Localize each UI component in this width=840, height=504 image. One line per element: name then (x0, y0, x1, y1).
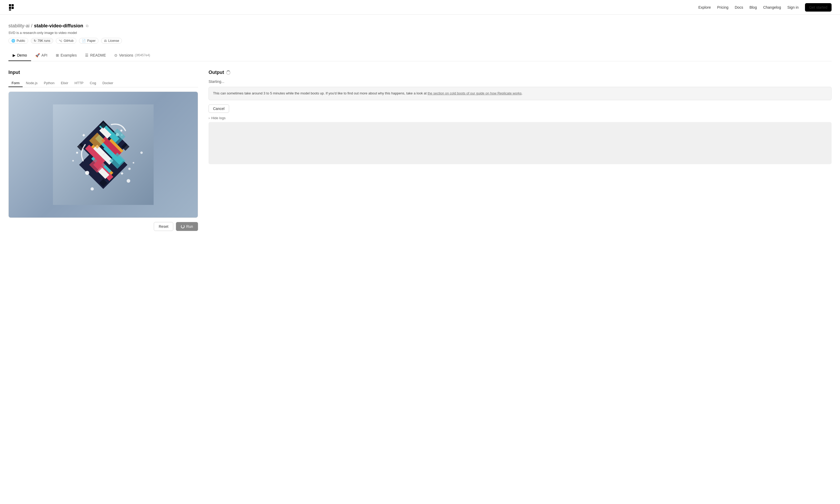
geometric-illustration (28, 104, 179, 205)
badge-public[interactable]: 🌐 Public (8, 38, 28, 44)
readme-icon: ☰ (85, 53, 88, 57)
logs-toggle-label: Hide logs (211, 116, 225, 120)
page: stability-ai / stable-video-diffusion ⧉ … (0, 15, 840, 231)
runs-icon: ↻ (34, 39, 36, 42)
svg-rect-0 (9, 4, 11, 6)
image-upload-area[interactable] (8, 92, 198, 218)
license-icon: ⚖ (104, 39, 107, 42)
model-name: stable-video-diffusion (34, 23, 83, 29)
badge-paper-label: Paper (87, 39, 96, 42)
tab-versions[interactable]: ⊙ Versions (3f0457e4) (110, 50, 154, 61)
nav-link-blog[interactable]: Blog (750, 5, 757, 10)
info-link[interactable]: the section on cold boots of our guide o… (428, 91, 521, 95)
output-spinner (226, 71, 230, 75)
play-icon: ▶ (13, 53, 16, 57)
run-button[interactable]: Run (176, 222, 198, 231)
image-placeholder (9, 92, 198, 218)
run-label: Run (186, 224, 193, 229)
nav-link-docs[interactable]: Docs (735, 5, 743, 10)
svg-point-33 (76, 152, 78, 154)
svg-rect-4 (9, 10, 11, 11)
status-text: Starting... (208, 79, 832, 84)
paper-icon: 📄 (82, 39, 86, 42)
tab-examples-label: Examples (61, 53, 76, 57)
action-row: Reset Run (8, 222, 198, 231)
code-tab-cog[interactable]: Cog (87, 79, 99, 87)
code-tab-python[interactable]: Python (40, 79, 57, 87)
reset-button[interactable]: Reset (154, 222, 173, 231)
main-content: Input Form Node.js Python Elixir HTTP Co… (8, 61, 832, 231)
tab-examples[interactable]: ⊞ Examples (52, 50, 81, 61)
main-tabs: ▶ Demo 🚀 API ⊞ Examples ☰ README ⊙ Versi… (8, 50, 832, 61)
logs-area (208, 122, 832, 164)
version-badge: (3f0457e4) (135, 53, 150, 57)
svg-point-36 (140, 151, 143, 154)
nav-links: Explore Pricing Docs Blog Changelog Sign… (698, 3, 832, 12)
svg-point-29 (85, 171, 89, 175)
github-icon: ⌥ (59, 39, 63, 42)
nav-link-changelog[interactable]: Changelog (763, 5, 781, 10)
input-title: Input (8, 70, 198, 75)
nav-link-explore[interactable]: Explore (698, 5, 711, 10)
svg-point-32 (133, 162, 134, 164)
badge-public-label: Public (17, 39, 25, 42)
logo-icon (8, 4, 16, 11)
badges-row: 🌐 Public ↻ 79K runs ⌥ GitHub 📄 Paper ⚖ L… (8, 38, 832, 44)
code-tab-docker[interactable]: Docker (99, 79, 116, 87)
output-panel: Output Starting... This can sometimes ta… (208, 70, 832, 231)
badge-license[interactable]: ⚖ License (101, 38, 122, 44)
logs-toggle[interactable]: › Hide logs (208, 116, 832, 120)
badge-github-label: GitHub (64, 39, 73, 42)
output-title-text: Output (208, 70, 224, 75)
svg-point-30 (90, 187, 94, 191)
tab-api[interactable]: 🚀 API (31, 50, 52, 61)
code-tab-http[interactable]: HTTP (71, 79, 87, 87)
code-tab-form[interactable]: Form (8, 79, 23, 87)
code-tab-nodejs[interactable]: Node.js (23, 79, 40, 87)
cancel-button[interactable]: Cancel (208, 104, 229, 113)
badge-github[interactable]: ⌥ GitHub (56, 38, 76, 44)
tab-versions-label: Versions (119, 53, 133, 57)
output-title: Output (208, 70, 832, 75)
tab-demo[interactable]: ▶ Demo (8, 50, 31, 61)
tab-demo-label: Demo (17, 53, 27, 57)
examples-icon: ⊞ (56, 53, 59, 57)
code-tab-elixir[interactable]: Elixir (58, 79, 71, 87)
svg-rect-3 (12, 7, 14, 9)
badge-license-label: License (108, 39, 119, 42)
model-description: SVD is a research-only image to video mo… (8, 31, 832, 35)
chevron-right-icon: › (208, 116, 210, 120)
org-link[interactable]: stability-ai (8, 23, 30, 29)
get-started-button[interactable]: Get started (805, 3, 832, 12)
svg-point-35 (127, 179, 130, 183)
svg-rect-1 (9, 7, 11, 9)
svg-point-28 (120, 129, 122, 131)
api-icon: 🚀 (35, 53, 40, 57)
tab-api-label: API (41, 53, 47, 57)
badge-runs-label: 79K runs (38, 39, 50, 42)
copy-icon[interactable]: ⧉ (86, 24, 88, 28)
badge-paper[interactable]: 📄 Paper (79, 38, 99, 44)
svg-rect-2 (12, 4, 14, 6)
input-panel: Input Form Node.js Python Elixir HTTP Co… (8, 70, 198, 231)
navbar: Explore Pricing Docs Blog Changelog Sign… (0, 0, 840, 15)
tab-readme-label: README (90, 53, 106, 57)
info-box: This can sometimes take around 3 to 5 mi… (208, 87, 832, 100)
code-tabs: Form Node.js Python Elixir HTTP Cog Dock… (8, 79, 198, 87)
tab-readme[interactable]: ☰ README (81, 50, 110, 61)
svg-point-31 (128, 167, 131, 170)
breadcrumb-separator: / (31, 23, 32, 29)
svg-point-34 (72, 160, 74, 162)
logo[interactable] (8, 4, 16, 11)
globe-icon: 🌐 (11, 39, 15, 42)
breadcrumb: stability-ai / stable-video-diffusion ⧉ (8, 23, 832, 29)
signin-link[interactable]: Sign in (787, 5, 799, 10)
badge-runs[interactable]: ↻ 79K runs (31, 38, 53, 44)
versions-icon: ⊙ (114, 53, 117, 57)
run-spinner (181, 224, 185, 228)
nav-link-pricing[interactable]: Pricing (717, 5, 728, 10)
info-text: This can sometimes take around 3 to 5 mi… (213, 91, 427, 95)
